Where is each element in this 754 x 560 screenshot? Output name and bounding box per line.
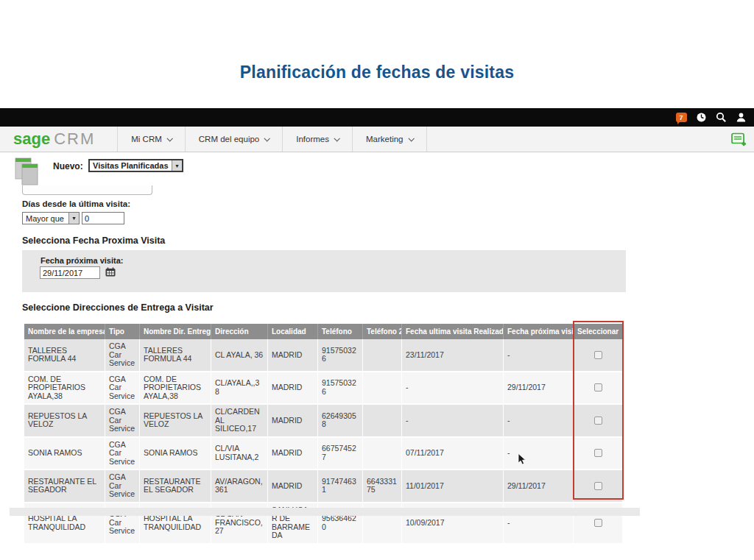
row-checkbox[interactable] [594, 449, 602, 457]
col-header-telefono2[interactable]: Teléfono 2 [363, 324, 402, 339]
cell-empresa: RESTAURANTE EL SEGADOR [24, 470, 105, 503]
cell-empresa: TALLERES FORMULA 44 [24, 339, 105, 372]
content-footer-strip [10, 508, 640, 516]
chevron-down-icon [334, 135, 339, 141]
cell-telefono2 [363, 339, 402, 372]
col-header-tipo[interactable]: Tipo [105, 324, 140, 339]
nav-label: CRM del equipo [199, 135, 259, 143]
operator-select[interactable]: Mayor que ▼ [22, 212, 80, 224]
cell-seleccionar [574, 438, 623, 471]
chevron-down-icon [408, 135, 414, 141]
nav-label: Marketing [366, 135, 404, 143]
nuevo-select[interactable]: Visitas Planificadas ▼ [88, 159, 183, 172]
logo-sage-text: sage [13, 131, 50, 147]
col-header-empresa[interactable]: Nombre de la empresa [24, 324, 105, 339]
cell-telefono: 915750326 [318, 372, 363, 405]
nav-item-crm-del-equipo[interactable]: CRM del equipo [185, 127, 282, 152]
dropdown-arrow-icon[interactable]: ▼ [68, 213, 79, 224]
notification-count-badge: 7 [676, 113, 687, 122]
nav-item-mi-crm[interactable]: Mi CRM [117, 127, 185, 152]
cell-fecha-ultima: 07/11/2017 [402, 438, 504, 471]
cell-dir-entrega-link[interactable]: SONIA RAMOS [140, 438, 211, 471]
cell-fecha-proxima: - [504, 438, 574, 471]
page-title: Planificación de fechas de visitas [0, 63, 754, 82]
cell-tipo: CGA Car Service [105, 470, 140, 503]
notification-bubble-icon[interactable]: 7 [675, 112, 687, 124]
cell-telefono2: 664333175 [363, 470, 402, 503]
menu-bar: sageCRM Mi CRM CRM del equipo Informes M… [0, 127, 754, 152]
cell-tipo: CGA Car Service [105, 372, 140, 405]
col-header-localidad[interactable]: Localidad [268, 324, 318, 339]
cell-localidad: MADRID [268, 339, 318, 372]
nav-item-informes[interactable]: Informes [282, 127, 352, 152]
col-header-dir-entrega[interactable]: Nombre Dir. Entrega [140, 324, 211, 339]
table-header-row: Nombre de la empresa Tipo Nombre Dir. En… [24, 324, 623, 339]
cell-fecha-ultima: 23/11/2017 [402, 339, 504, 372]
cell-direccion: CL AYALA, 36 [211, 339, 268, 372]
cell-telefono: 667574527 [318, 438, 363, 471]
cell-telefono: 917474631 [318, 470, 363, 503]
cell-empresa: COM. DE PROPIETARIOS AYALA,38 [24, 372, 105, 405]
cell-telefono: 626493058 [318, 405, 363, 438]
row-checkbox[interactable] [594, 519, 602, 527]
fecha-proxima-heading: Selecciona Fecha Proxima Visita [22, 235, 165, 246]
dias-desde-label: Días desde la última visita: [22, 199, 130, 208]
new-note-icon[interactable] [730, 131, 747, 150]
cell-telefono2 [363, 372, 402, 405]
top-black-bar: 7 [0, 108, 754, 127]
search-icon[interactable] [715, 112, 727, 124]
nav-label: Informes [296, 135, 329, 143]
nav-item-marketing[interactable]: Marketing [352, 127, 427, 152]
direcciones-heading: Seleccione Direcciones de Entrega a Visi… [22, 302, 214, 313]
cell-fecha-ultima: - [402, 405, 504, 438]
cell-fecha-proxima: - [504, 339, 574, 372]
col-header-seleccionar[interactable]: Seleccionar [574, 324, 623, 339]
cell-fecha-ultima: - [402, 372, 504, 405]
cell-dir-entrega-link[interactable]: TALLERES FORMULA 44 [140, 339, 211, 372]
cell-direccion: CL/AYALA,,38 [211, 372, 268, 405]
nav-label: Mi CRM [131, 135, 162, 143]
main-nav: Mi CRM CRM del equipo Informes Marketing [117, 127, 426, 152]
sage-crm-logo: sageCRM [13, 131, 95, 147]
calendar-icon[interactable] [105, 267, 116, 280]
table-row: RESTAURANTE EL SEGADOR CGA Car Service R… [24, 470, 623, 503]
col-header-fecha-proxima[interactable]: Fecha próxima visita [504, 324, 574, 339]
cell-localidad: MADRID [268, 470, 318, 503]
cell-dir-entrega-link[interactable]: RESTAURANTE EL SEGADOR [140, 470, 211, 503]
cell-seleccionar [574, 405, 623, 438]
user-icon[interactable] [735, 112, 747, 124]
cell-tipo: CGA Car Service [105, 339, 140, 372]
clipped-panel-edge [22, 185, 152, 195]
clock-icon[interactable] [695, 112, 707, 124]
cell-localidad: MADRID [268, 405, 318, 438]
cell-telefono2 [363, 405, 402, 438]
col-header-direccion[interactable]: Dirección [211, 324, 268, 339]
cell-fecha-ultima: 11/01/2017 [402, 470, 504, 503]
dias-value-input[interactable] [82, 212, 124, 224]
cell-tipo: CGA Car Service [105, 405, 140, 438]
row-checkbox[interactable] [594, 417, 602, 425]
cell-dir-entrega-link[interactable]: REPUESTOS LA VELOZ [140, 405, 211, 438]
chevron-down-icon [166, 135, 172, 141]
cell-telefono: 915750326 [318, 339, 363, 372]
row-checkbox[interactable] [594, 383, 602, 391]
cell-empresa: SONIA RAMOS [24, 438, 105, 471]
col-header-telefono[interactable]: Teléfono [318, 324, 363, 339]
row-checkbox[interactable] [594, 351, 602, 359]
operator-select-value: Mayor que [26, 214, 64, 223]
cell-seleccionar [574, 372, 623, 405]
cell-fecha-proxima: 29/11/2017 [504, 372, 574, 405]
table-row: REPUESTOS LA VELOZ CGA Car Service REPUE… [24, 405, 623, 438]
cell-seleccionar [574, 470, 623, 503]
fecha-proxima-input[interactable] [40, 266, 100, 279]
cell-telefono2 [363, 438, 402, 471]
dropdown-arrow-icon[interactable]: ▼ [172, 160, 182, 171]
col-header-fecha-ultima[interactable]: Fecha ultima visita Realizada [402, 324, 504, 339]
cell-localidad: MADRID [268, 372, 318, 405]
cell-dir-entrega-link[interactable]: COM. DE PROPIETARIOS AYALA,38 [140, 372, 211, 405]
cell-empresa: REPUESTOS LA VELOZ [24, 405, 105, 438]
nuevo-label: Nuevo: [53, 161, 83, 171]
fecha-proxima-label: Fecha próxima visita: [40, 256, 124, 265]
cell-direccion: CL/VIA LUSITANA,2 [211, 438, 268, 471]
row-checkbox[interactable] [594, 482, 602, 490]
